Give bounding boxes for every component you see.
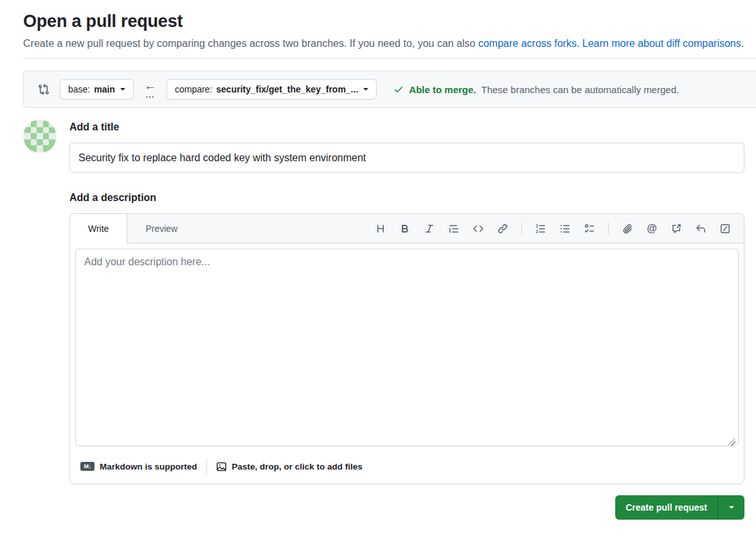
compare-branch-selector[interactable]: compare: security_fix/get_the_key_from_.… bbox=[166, 79, 377, 100]
toolbar-divider bbox=[608, 222, 609, 235]
attach-file-button[interactable] bbox=[615, 218, 640, 239]
title-input[interactable] bbox=[69, 143, 744, 173]
bold-button[interactable] bbox=[393, 218, 417, 239]
italic-button[interactable] bbox=[417, 218, 442, 239]
markdown-supported-link[interactable]: M↓ Markdown is supported bbox=[80, 462, 197, 471]
mention-button[interactable]: @ bbox=[640, 218, 664, 239]
heading-button[interactable] bbox=[368, 218, 393, 239]
merge-status: Able to merge. These branches can be aut… bbox=[393, 84, 679, 95]
reply-icon bbox=[696, 224, 706, 234]
bold-icon bbox=[400, 224, 410, 234]
form-actions: Create pull request bbox=[69, 495, 744, 520]
cross-reference-icon bbox=[671, 224, 681, 234]
create-pull-request-button[interactable]: Create pull request bbox=[615, 495, 717, 520]
title-label: Add a title bbox=[69, 119, 744, 133]
ordered-list-button[interactable]: 12 bbox=[528, 218, 553, 239]
create-pull-request-split-button: Create pull request bbox=[615, 495, 744, 520]
tab-preview[interactable]: Preview bbox=[127, 214, 195, 243]
unordered-list-icon bbox=[560, 224, 570, 234]
unordered-list-button[interactable] bbox=[553, 218, 577, 239]
divider bbox=[23, 58, 756, 59]
chevron-down-icon bbox=[363, 88, 368, 93]
git-compare-icon bbox=[38, 84, 50, 95]
saved-replies-button[interactable] bbox=[688, 218, 713, 239]
svg-text:1: 1 bbox=[536, 224, 538, 228]
description-editor: Write Preview 12 bbox=[69, 213, 744, 484]
ordered-list-icon: 12 bbox=[536, 224, 546, 234]
mention-icon: @ bbox=[647, 224, 657, 234]
subtitle-text: Create a new pull request by comparing c… bbox=[23, 38, 478, 49]
open-pull-request-page: Open a pull request Create a new pull re… bbox=[0, 12, 756, 520]
markdown-icon: M↓ bbox=[80, 462, 94, 471]
italic-icon bbox=[424, 224, 435, 234]
pull-request-form: Add a title Add a description Write Prev… bbox=[69, 119, 744, 520]
tasklist-icon bbox=[584, 224, 595, 234]
description-textarea[interactable] bbox=[75, 249, 739, 446]
slash-commands-button[interactable] bbox=[713, 218, 737, 239]
link-icon bbox=[498, 224, 508, 234]
markdown-note-label: Markdown is supported bbox=[100, 462, 197, 471]
paperclip-icon bbox=[622, 224, 633, 234]
branch-compare-bar: base: main ← ... compare: security_fix/g… bbox=[23, 71, 756, 108]
compare-direction: ← ... bbox=[144, 80, 156, 99]
footer-divider bbox=[206, 458, 207, 475]
editor-body bbox=[70, 243, 744, 454]
toolbar-divider bbox=[521, 222, 522, 235]
chevron-down-icon bbox=[729, 506, 734, 511]
check-icon bbox=[393, 84, 404, 94]
range-dots: ... bbox=[146, 91, 155, 99]
code-icon bbox=[473, 224, 483, 234]
tasklist-button[interactable] bbox=[577, 218, 602, 239]
resize-grip[interactable] bbox=[728, 439, 735, 446]
editor-footer: M↓ Markdown is supported Paste, drop, or… bbox=[70, 454, 744, 484]
create-pull-request-options-button[interactable] bbox=[717, 495, 744, 520]
cross-reference-button[interactable] bbox=[664, 218, 688, 239]
compare-across-forks-link[interactable]: compare across forks. bbox=[478, 38, 579, 49]
editor-tabs: Write Preview bbox=[70, 214, 195, 243]
compare-label: compare: bbox=[175, 84, 212, 94]
code-button[interactable] bbox=[466, 218, 491, 239]
attach-files-button[interactable]: Paste, drop, or click to add files bbox=[216, 461, 363, 472]
base-branch-selector[interactable]: base: main bbox=[60, 79, 134, 100]
chevron-down-icon bbox=[120, 88, 125, 93]
quote-icon bbox=[449, 224, 459, 234]
slash-command-icon bbox=[720, 224, 730, 234]
base-branch-name: main bbox=[94, 84, 115, 94]
description-label: Add a description bbox=[69, 190, 744, 204]
heading-icon bbox=[375, 224, 386, 234]
merge-status-headline: Able to merge. bbox=[409, 84, 476, 95]
formatting-toolbar: 12 @ bbox=[368, 214, 744, 243]
compare-branch-name: security_fix/get_the_key_from_... bbox=[216, 84, 358, 94]
identicon-grid bbox=[24, 121, 55, 152]
paste-note-label: Paste, drop, or click to add files bbox=[232, 462, 363, 471]
avatar bbox=[23, 119, 57, 153]
svg-text:2: 2 bbox=[536, 229, 538, 234]
tab-write[interactable]: Write bbox=[70, 214, 127, 243]
editor-header: Write Preview 12 bbox=[70, 214, 744, 243]
image-icon bbox=[216, 461, 227, 472]
merge-status-detail: These branches can be automatically merg… bbox=[481, 84, 679, 95]
page-subtitle: Create a new pull request by comparing c… bbox=[23, 38, 756, 49]
page-title: Open a pull request bbox=[23, 12, 756, 31]
link-button[interactable] bbox=[491, 218, 515, 239]
diff-comparisons-link[interactable]: Learn more about diff comparisons. bbox=[582, 38, 744, 49]
quote-button[interactable] bbox=[442, 218, 466, 239]
base-label: base: bbox=[68, 84, 90, 94]
